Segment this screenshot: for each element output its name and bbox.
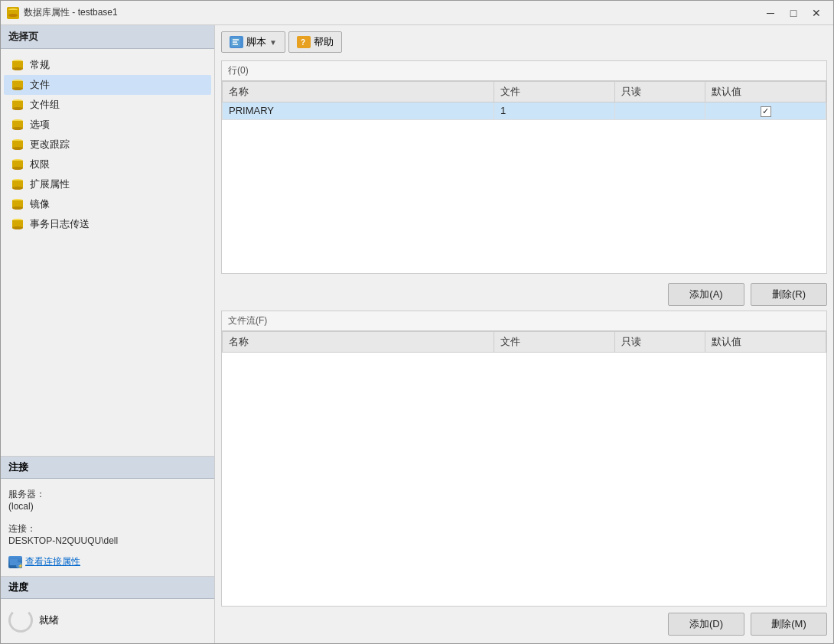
left-panel: 选择页 常规 xyxy=(1,25,215,643)
help-icon: ? xyxy=(297,36,311,48)
window-icon xyxy=(7,7,19,19)
script-icon xyxy=(230,36,243,48)
row-name: PRIMARY xyxy=(223,102,494,120)
filestream-table: 名称 文件 只读 默认值 xyxy=(222,331,826,353)
view-props-label: 查看连接属性 xyxy=(25,555,80,568)
server-label: 服务器： xyxy=(8,489,45,499)
extprops-icon xyxy=(10,177,25,191)
table-row[interactable]: PRIMARY 1 ✓ xyxy=(223,102,826,120)
conn-info: 连接： DESKTOP-N2QUUQU\dell xyxy=(8,519,207,549)
help-button[interactable]: ? 帮助 xyxy=(288,31,342,53)
server-value: (local) xyxy=(8,501,34,512)
fs-col-header-readonly: 只读 xyxy=(614,331,705,352)
svg-point-23 xyxy=(12,187,23,190)
toolbar: 脚本 ▼ ? 帮助 xyxy=(221,31,827,53)
fs-col-header-file: 文件 xyxy=(494,331,615,352)
sidebar-label-permissions: 权限 xyxy=(30,158,50,171)
progress-status: 就绪 xyxy=(39,613,59,627)
row-readonly xyxy=(614,102,705,120)
script-button[interactable]: 脚本 ▼ xyxy=(221,31,285,53)
maximize-button[interactable]: □ xyxy=(783,5,804,21)
row-table-section: 行(0) 名称 文件 只读 默认值 PRIMARY 1 xyxy=(221,60,827,274)
sidebar-item-filegroups[interactable]: 文件组 xyxy=(4,95,211,115)
svg-text:?: ? xyxy=(301,38,305,47)
filestream-btn-row: 添加(D) 删除(M) xyxy=(221,607,827,637)
col-header-name: 名称 xyxy=(223,82,494,102)
fs-col-header-default: 默认值 xyxy=(705,331,826,352)
sidebar-label-filegroups: 文件组 xyxy=(30,98,60,112)
sidebar-label-extprops: 扩展属性 xyxy=(30,177,70,191)
general-icon xyxy=(10,58,25,72)
sidebar-item-files[interactable]: 文件 xyxy=(4,75,211,95)
view-props-icon: ⚡ xyxy=(8,556,22,568)
row-btn-row: 添加(A) 删除(R) xyxy=(221,278,827,311)
row-btn-right: 添加(A) 删除(R) xyxy=(668,283,827,306)
logtransfer-icon xyxy=(10,217,25,231)
progress-section: 进度 就绪 xyxy=(1,576,214,643)
row-section-header: 行(0) xyxy=(222,61,826,81)
server-info: 服务器： (local) xyxy=(8,485,207,515)
filestream-section: 文件流(F) 名称 文件 只读 默认值 xyxy=(221,311,827,607)
svg-point-11 xyxy=(12,107,23,110)
sidebar-item-permissions[interactable]: 权限 xyxy=(4,154,211,174)
progress-content: 就绪 xyxy=(8,605,207,636)
sidebar-item-general[interactable]: 常规 xyxy=(4,55,211,75)
add-row-button[interactable]: 添加(A) xyxy=(668,283,744,306)
col-header-file: 文件 xyxy=(494,82,615,102)
help-label: 帮助 xyxy=(314,35,334,49)
right-panel: 脚本 ▼ ? 帮助 行(0) xyxy=(215,25,833,643)
nav-list: 常规 文件 xyxy=(1,49,214,456)
connection-section: 注接 服务器： (local) 连接： DESKTOP-N2QUUQU\dell… xyxy=(1,456,214,576)
svg-point-26 xyxy=(12,207,23,210)
permissions-icon xyxy=(10,158,25,171)
minimize-button[interactable]: ─ xyxy=(760,5,781,21)
sidebar-item-changetracking[interactable]: 更改跟踪 xyxy=(4,135,211,154)
script-label: 脚本 xyxy=(246,35,266,49)
col-header-default: 默认值 xyxy=(705,82,826,102)
svg-point-8 xyxy=(12,87,23,90)
svg-point-14 xyxy=(12,127,23,130)
delete-row-button[interactable]: 删除(R) xyxy=(751,283,827,306)
filestream-table-container: 名称 文件 只读 默认值 xyxy=(222,331,826,607)
sidebar-item-options[interactable]: 选项 xyxy=(4,115,211,135)
conn-label: 连接： xyxy=(8,523,36,534)
delete-filestream-button[interactable]: 删除(M) xyxy=(751,613,827,636)
sidebar-label-files: 文件 xyxy=(30,78,50,92)
main-window: 数据库属性 - testbase1 ─ □ ✕ 选择页 常规 xyxy=(0,0,834,644)
changetracking-icon xyxy=(10,138,25,151)
window-controls: ─ □ ✕ xyxy=(760,5,827,21)
svg-point-2 xyxy=(8,14,18,17)
table-empty-space xyxy=(222,120,826,273)
connection-title: 注接 xyxy=(1,457,214,479)
sidebar-item-mirroring[interactable]: 镜像 xyxy=(4,194,211,214)
row-file: 1 xyxy=(494,102,615,120)
window-title: 数据库属性 - testbase1 xyxy=(24,6,760,19)
sidebar-item-logtransfer[interactable]: 事务日志传送 xyxy=(4,214,211,234)
default-checkbox[interactable]: ✓ xyxy=(761,106,771,117)
sidebar-item-extprops[interactable]: 扩展属性 xyxy=(4,174,211,194)
close-button[interactable]: ✕ xyxy=(806,5,827,21)
title-bar: 数据库属性 - testbase1 ─ □ ✕ xyxy=(1,1,833,25)
row-default[interactable]: ✓ xyxy=(705,102,826,120)
script-dropdown-arrow: ▼ xyxy=(269,38,277,47)
conn-value: DESKTOP-N2QUUQU\dell xyxy=(8,535,118,546)
progress-title: 进度 xyxy=(1,577,214,599)
view-props-link[interactable]: ⚡ 查看连接属性 xyxy=(8,555,207,568)
options-icon xyxy=(10,118,25,132)
sidebar-label-general: 常规 xyxy=(30,58,50,72)
svg-point-17 xyxy=(12,147,23,150)
col-header-readonly: 只读 xyxy=(614,82,705,102)
sidebar-section-header: 选择页 xyxy=(1,25,214,49)
svg-point-29 xyxy=(12,226,23,229)
sidebar-label-mirroring: 镜像 xyxy=(30,197,50,211)
mirroring-icon xyxy=(10,197,25,211)
filestream-empty-space xyxy=(222,353,826,490)
fs-col-header-name: 名称 xyxy=(223,331,494,352)
svg-text:⚡: ⚡ xyxy=(18,563,22,568)
sidebar-label-logtransfer: 事务日志传送 xyxy=(30,217,90,231)
add-filestream-button[interactable]: 添加(D) xyxy=(668,613,744,636)
filestream-header: 文件流(F) xyxy=(222,311,826,331)
main-content: 选择页 常规 xyxy=(1,25,833,643)
svg-point-20 xyxy=(12,167,23,170)
sidebar-label-options: 选项 xyxy=(30,118,50,132)
